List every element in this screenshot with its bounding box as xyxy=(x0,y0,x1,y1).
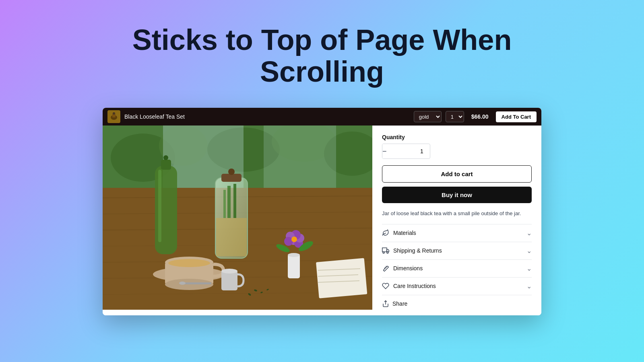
ruler-icon xyxy=(382,265,389,272)
buy-now-button[interactable]: Buy it now xyxy=(382,187,532,203)
svg-point-38 xyxy=(221,269,237,274)
quantity-decrement-button[interactable]: − xyxy=(382,144,387,158)
heart-icon xyxy=(382,282,389,290)
browser-window: Black Looseleaf Tea Set gold silver blac… xyxy=(103,108,541,315)
svg-point-40 xyxy=(179,282,186,285)
accordion-materials[interactable]: Materials ⌄ xyxy=(382,224,532,242)
care-label: Care Instructions xyxy=(393,283,436,289)
svg-rect-27 xyxy=(216,218,247,256)
quantity-label: Quantity xyxy=(382,134,532,140)
svg-rect-56 xyxy=(316,258,367,298)
accordion-dimensions[interactable]: Dimensions ⌄ xyxy=(382,259,532,277)
svg-point-42 xyxy=(288,253,300,257)
shipping-label: Shipping & Returns xyxy=(393,247,442,254)
sticky-product-name: Black Looseleaf Tea Set xyxy=(124,113,265,120)
page-headline: Sticks to Top of Page When Scrolling xyxy=(132,24,512,88)
sticky-color-select[interactable]: gold silver black xyxy=(414,111,442,122)
materials-chevron: ⌄ xyxy=(526,229,532,237)
share-label: Share xyxy=(392,300,407,307)
accordion-care[interactable]: Care Instructions ⌄ xyxy=(382,277,532,295)
headline-line2: Scrolling xyxy=(260,56,384,88)
truck-icon xyxy=(382,247,389,254)
svg-rect-39 xyxy=(183,282,211,284)
shipping-chevron: ⌄ xyxy=(526,247,532,255)
sticky-add-to-cart-button[interactable]: Add To Cart xyxy=(496,111,537,122)
svg-rect-31 xyxy=(158,170,161,242)
svg-point-63 xyxy=(387,252,388,253)
materials-label: Materials xyxy=(393,230,416,236)
svg-point-49 xyxy=(291,237,297,242)
svg-rect-26 xyxy=(233,184,236,218)
share-icon xyxy=(382,300,389,307)
product-image xyxy=(103,125,372,310)
dimensions-label: Dimensions xyxy=(393,265,423,272)
svg-point-30 xyxy=(163,155,168,160)
sticky-product-thumbnail xyxy=(107,110,120,123)
dimensions-chevron: ⌄ xyxy=(526,265,532,272)
sticky-quantity-select[interactable]: 1 2 3 xyxy=(446,111,464,122)
svg-rect-41 xyxy=(288,254,300,278)
care-chevron: ⌄ xyxy=(526,282,532,290)
accordion-shipping[interactable]: Shipping & Returns ⌄ xyxy=(382,242,532,259)
svg-rect-29 xyxy=(161,160,171,170)
product-description: Jar of loose leaf black tea with a small… xyxy=(382,210,532,218)
svg-point-23 xyxy=(228,169,235,175)
add-to-cart-button[interactable]: Add to cart xyxy=(382,165,532,183)
quantity-control: − 1 + xyxy=(382,144,430,159)
svg-point-36 xyxy=(168,259,210,267)
headline-line1: Sticks to Top of Page When xyxy=(132,24,512,56)
svg-point-3 xyxy=(113,112,115,115)
svg-rect-12 xyxy=(264,125,336,192)
leaf-icon xyxy=(382,229,389,237)
product-details-panel: Quantity − 1 + Add to cart Buy it now Ja… xyxy=(372,125,541,315)
sticky-bar: Black Looseleaf Tea Set gold silver blac… xyxy=(103,108,541,125)
svg-rect-25 xyxy=(223,190,226,218)
sticky-price: $66.00 xyxy=(471,113,489,120)
quantity-input[interactable]: 1 xyxy=(387,148,430,154)
svg-point-62 xyxy=(383,252,384,253)
svg-marker-61 xyxy=(387,249,389,252)
svg-rect-24 xyxy=(227,186,231,218)
share-row[interactable]: Share xyxy=(382,295,532,307)
svg-rect-60 xyxy=(382,248,387,252)
product-area: Quantity − 1 + Add to cart Buy it now Ja… xyxy=(103,125,541,315)
